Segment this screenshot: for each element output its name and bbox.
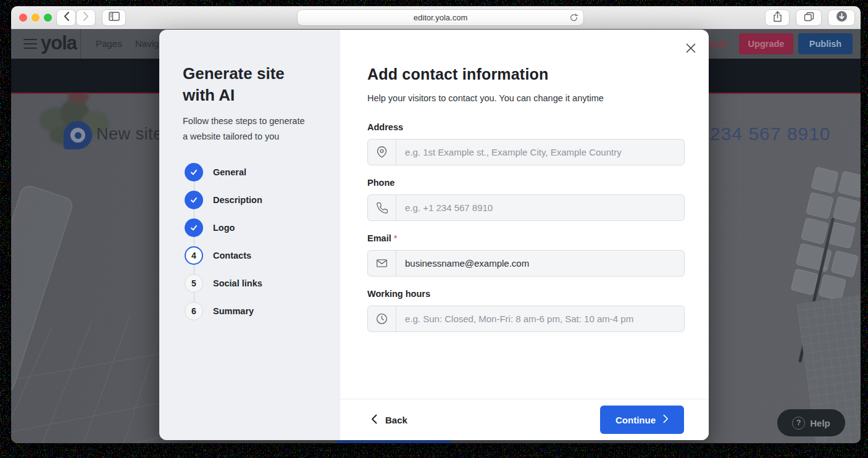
working-hours-input-row <box>367 306 685 332</box>
envelope-icon <box>368 251 396 276</box>
upgrade-button[interactable]: Upgrade <box>739 33 793 54</box>
step-contacts[interactable]: 4 Contacts <box>159 241 340 269</box>
publish-button[interactable]: Publish <box>798 33 853 54</box>
close-modal-button[interactable] <box>682 40 700 58</box>
forward-icon <box>83 11 90 24</box>
download-icon <box>836 10 848 25</box>
wizard-steps: General Description Logo 4 Contacts 5 So… <box>159 158 340 325</box>
sidebar-toggle-button[interactable] <box>102 10 125 25</box>
back-button-label: Back <box>385 415 407 425</box>
tabs-overview-button[interactable] <box>796 10 821 25</box>
step-check-icon <box>185 163 203 181</box>
working-hours-field-group: Working hours <box>367 289 685 332</box>
close-icon <box>685 43 696 56</box>
step-number-badge: 5 <box>185 274 203 293</box>
back-icon <box>63 11 70 24</box>
address-bar[interactable]: editor.yola.com <box>298 10 583 25</box>
chevron-right-icon <box>663 414 669 425</box>
step-logo[interactable]: Logo <box>159 214 340 241</box>
back-button-modal[interactable]: Back <box>367 399 411 440</box>
clock-icon <box>368 306 396 331</box>
downloads-button[interactable] <box>828 10 854 25</box>
phone-field-group: Phone <box>367 178 685 221</box>
working-hours-input[interactable] <box>396 306 684 331</box>
menu-hamburger-icon[interactable] <box>23 39 37 49</box>
panel-subtitle: Help your visitors to contact you. You c… <box>367 93 604 103</box>
continue-button-label: Continue <box>616 415 656 425</box>
zoom-window-button[interactable] <box>44 14 52 22</box>
step-summary[interactable]: 6 Summary <box>159 297 340 325</box>
wizard-title: Generate site with AI <box>183 63 285 106</box>
share-button[interactable] <box>766 10 789 25</box>
modal-footer: Back Continue <box>340 399 709 440</box>
phone-input-row <box>367 194 685 221</box>
phone-input[interactable] <box>396 195 684 220</box>
close-window-button[interactable] <box>19 14 27 22</box>
panel-title: Add contact information <box>367 65 548 83</box>
question-mark-icon: ? <box>792 417 805 430</box>
address-input-row <box>367 139 685 165</box>
address-input[interactable] <box>396 139 684 165</box>
help-button-label: Help <box>810 418 830 428</box>
step-social-links[interactable]: 5 Social links <box>159 269 340 297</box>
tabs-icon <box>804 12 814 24</box>
generate-site-modal: Generate site with AI Follow these steps… <box>159 30 709 440</box>
help-button[interactable]: ? Help <box>777 409 845 436</box>
contact-form-panel: Add contact information Help your visito… <box>340 30 709 440</box>
email-field-group: Email* <box>367 233 685 277</box>
browser-toolbar: editor.yola.com <box>11 6 861 30</box>
email-input-row <box>367 250 685 277</box>
sidebar-icon <box>109 12 120 23</box>
chevron-left-icon <box>371 414 377 426</box>
forward-button[interactable] <box>77 10 95 25</box>
step-check-icon <box>185 191 203 209</box>
step-number-badge: 6 <box>185 302 203 320</box>
working-hours-label: Working hours <box>367 289 685 299</box>
domain-link-fragment[interactable]: main <box>706 29 727 59</box>
address-bar-url: editor.yola.com <box>414 13 467 22</box>
site-phone-number: 234 567 8910 <box>710 123 831 144</box>
back-button[interactable] <box>57 10 75 25</box>
yola-logo[interactable]: yola <box>41 29 77 59</box>
share-icon <box>773 11 782 25</box>
step-general[interactable]: General <box>159 158 340 186</box>
step-number-badge: 4 <box>185 246 203 265</box>
address-field-group: Address <box>367 122 685 165</box>
menu-item-pages[interactable]: Pages <box>96 29 122 59</box>
phone-icon <box>368 195 396 220</box>
phone-label: Phone <box>367 178 685 188</box>
site-title-text: New site <box>96 125 163 144</box>
continue-button[interactable]: Continue <box>600 406 684 434</box>
step-check-icon <box>185 219 203 237</box>
browser-window: editor.yola.com yola Pages Navig main Up… <box>11 6 861 443</box>
header-divider <box>80 29 81 59</box>
menu-item-navigation[interactable]: Navig <box>135 29 159 59</box>
step-description[interactable]: Description <box>159 186 340 214</box>
site-logo-pin <box>64 121 92 149</box>
location-pin-icon <box>368 139 396 165</box>
reload-icon[interactable] <box>569 13 578 24</box>
email-label: Email* <box>367 233 685 243</box>
required-asterisk: * <box>394 233 398 243</box>
minimize-window-button[interactable] <box>31 14 40 22</box>
email-input[interactable] <box>396 251 684 276</box>
wizard-subtitle: Follow these steps to generate a website… <box>183 114 304 144</box>
address-label: Address <box>367 122 685 132</box>
wizard-sidebar: Generate site with AI Follow these steps… <box>159 30 340 440</box>
